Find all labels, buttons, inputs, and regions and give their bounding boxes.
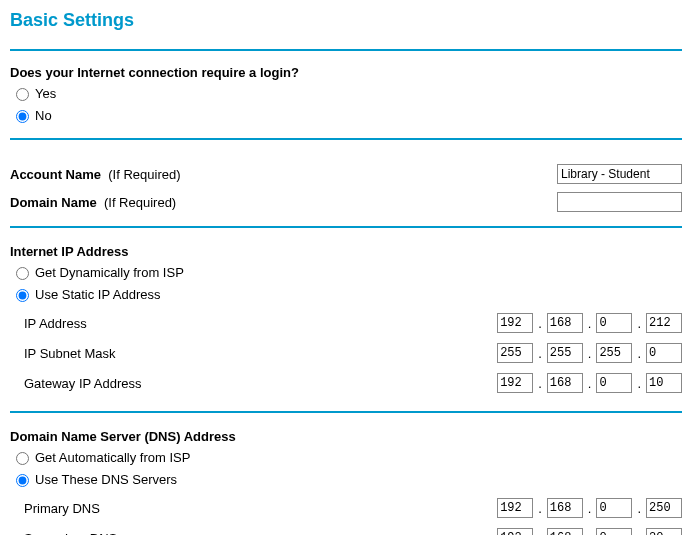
- internet-ip-heading: Internet IP Address: [10, 244, 682, 259]
- internet-ip-section: Internet IP Address Get Dynamically from…: [10, 230, 682, 411]
- subnet-label: IP Subnet Mask: [24, 346, 116, 361]
- ip-dynamic-row[interactable]: Get Dynamically from ISP: [16, 263, 682, 283]
- dns-auto-row[interactable]: Get Automatically from ISP: [16, 448, 682, 468]
- secondary-dns-octet-3[interactable]: [596, 528, 632, 535]
- secondary-dns-label: Secondary DNS: [24, 531, 117, 536]
- primary-dns-label: Primary DNS: [24, 501, 100, 516]
- dot: .: [636, 346, 642, 361]
- dns-auto-radio[interactable]: [16, 452, 29, 465]
- secondary-dns-row: Secondary DNS . . .: [24, 526, 682, 535]
- gateway-row: Gateway IP Address . . .: [24, 371, 682, 395]
- domain-name-label: Domain Name: [10, 195, 97, 210]
- primary-dns-octet-4[interactable]: [646, 498, 682, 518]
- divider: [10, 226, 682, 228]
- ip-address-group: . . .: [497, 313, 682, 333]
- login-no-row[interactable]: No: [16, 106, 682, 126]
- subnet-octet-3[interactable]: [596, 343, 632, 363]
- dns-manual-radio[interactable]: [16, 474, 29, 487]
- ip-address-octet-1[interactable]: [497, 313, 533, 333]
- domain-name-label-group: Domain Name (If Required): [10, 195, 176, 210]
- ip-address-octet-4[interactable]: [646, 313, 682, 333]
- primary-dns-octet-2[interactable]: [547, 498, 583, 518]
- login-no-label: No: [35, 106, 52, 126]
- ip-address-octet-2[interactable]: [547, 313, 583, 333]
- gateway-octet-1[interactable]: [497, 373, 533, 393]
- login-yes-radio[interactable]: [16, 88, 29, 101]
- dot: .: [636, 531, 642, 536]
- account-name-input[interactable]: [557, 164, 682, 184]
- account-name-label: Account Name: [10, 167, 101, 182]
- divider: [10, 411, 682, 413]
- gateway-octet-3[interactable]: [596, 373, 632, 393]
- dot: .: [587, 376, 593, 391]
- login-yes-label: Yes: [35, 84, 56, 104]
- primary-dns-octet-3[interactable]: [596, 498, 632, 518]
- dns-section: Domain Name Server (DNS) Address Get Aut…: [10, 415, 682, 535]
- account-section: Account Name (If Required) Domain Name (…: [10, 140, 682, 226]
- subnet-row: IP Subnet Mask . . .: [24, 341, 682, 365]
- gateway-group: . . .: [497, 373, 682, 393]
- primary-dns-octet-1[interactable]: [497, 498, 533, 518]
- ip-static-row[interactable]: Use Static IP Address: [16, 285, 682, 305]
- subnet-octet-4[interactable]: [646, 343, 682, 363]
- ip-static-radio[interactable]: [16, 289, 29, 302]
- dot: .: [587, 501, 593, 516]
- dns-heading: Domain Name Server (DNS) Address: [10, 429, 682, 444]
- dot: .: [636, 501, 642, 516]
- domain-name-hint: (If Required): [104, 195, 176, 210]
- page-title: Basic Settings: [10, 10, 682, 31]
- gateway-octet-4[interactable]: [646, 373, 682, 393]
- dot: .: [587, 346, 593, 361]
- ip-dynamic-label: Get Dynamically from ISP: [35, 263, 184, 283]
- dns-manual-row[interactable]: Use These DNS Servers: [16, 470, 682, 490]
- dns-auto-label: Get Automatically from ISP: [35, 448, 190, 468]
- ip-static-label: Use Static IP Address: [35, 285, 161, 305]
- dot: .: [537, 501, 543, 516]
- subnet-octet-1[interactable]: [497, 343, 533, 363]
- dot: .: [537, 531, 543, 536]
- login-prompt: Does your Internet connection require a …: [10, 65, 682, 80]
- login-section: Does your Internet connection require a …: [10, 51, 682, 138]
- primary-dns-group: . . .: [497, 498, 682, 518]
- ip-dynamic-radio[interactable]: [16, 267, 29, 280]
- ip-address-label: IP Address: [24, 316, 87, 331]
- dot: .: [636, 376, 642, 391]
- dot: .: [537, 316, 543, 331]
- gateway-label: Gateway IP Address: [24, 376, 142, 391]
- login-yes-row[interactable]: Yes: [16, 84, 682, 104]
- subnet-octet-2[interactable]: [547, 343, 583, 363]
- dot: .: [636, 316, 642, 331]
- login-no-radio[interactable]: [16, 110, 29, 123]
- secondary-dns-octet-2[interactable]: [547, 528, 583, 535]
- dot: .: [537, 376, 543, 391]
- account-name-hint: (If Required): [108, 167, 180, 182]
- dot: .: [587, 316, 593, 331]
- account-name-row: Account Name (If Required): [10, 162, 682, 186]
- dot: .: [587, 531, 593, 536]
- gateway-octet-2[interactable]: [547, 373, 583, 393]
- domain-name-row: Domain Name (If Required): [10, 190, 682, 214]
- ip-address-octet-3[interactable]: [596, 313, 632, 333]
- secondary-dns-octet-1[interactable]: [497, 528, 533, 535]
- secondary-dns-octet-4[interactable]: [646, 528, 682, 535]
- dns-manual-label: Use These DNS Servers: [35, 470, 177, 490]
- primary-dns-row: Primary DNS . . .: [24, 496, 682, 520]
- subnet-group: . . .: [497, 343, 682, 363]
- account-name-label-group: Account Name (If Required): [10, 167, 181, 182]
- domain-name-input[interactable]: [557, 192, 682, 212]
- dot: .: [537, 346, 543, 361]
- secondary-dns-group: . . .: [497, 528, 682, 535]
- ip-address-row: IP Address . . .: [24, 311, 682, 335]
